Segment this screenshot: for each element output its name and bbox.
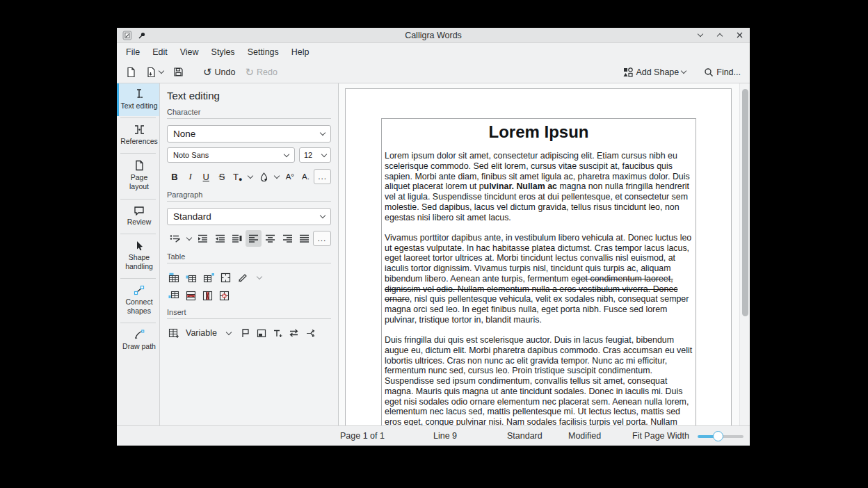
tab-text-editing[interactable]: Text editing [117, 83, 159, 116]
app-icon [122, 31, 132, 40]
align-left-button[interactable] [246, 230, 262, 247]
chevron-down-icon [159, 68, 164, 74]
tab-draw-path[interactable]: Draw path [117, 325, 159, 357]
align-right-button[interactable] [279, 230, 295, 247]
zoom-slider-handle[interactable] [713, 431, 723, 441]
align-center-button[interactable] [262, 230, 278, 247]
font-family-select[interactable]: Noto Sans [167, 147, 295, 163]
chevron-down-icon [226, 329, 232, 334]
insert-frame-button[interactable] [257, 329, 266, 338]
paragraph-style-select[interactable]: Standard [167, 208, 331, 225]
close-button[interactable] [734, 31, 744, 40]
border-style-dropdown[interactable] [254, 270, 265, 285]
subscript-button[interactable]: A. [298, 168, 314, 185]
open-document-button[interactable] [143, 64, 167, 81]
new-document-button[interactable] [122, 64, 140, 81]
paragraph-more-button[interactable]: ... [313, 231, 331, 246]
highlight-color-dropdown[interactable] [272, 169, 282, 184]
text-color-button[interactable]: T● [230, 168, 246, 185]
page-layout-icon [134, 160, 145, 171]
paragraph-3: Duis fringilla dui quis est scelerisque … [385, 335, 693, 425]
list-style-icon [170, 234, 180, 243]
menu-settings[interactable]: Settings [243, 45, 284, 59]
titlebar[interactable]: Calligra Words [117, 28, 750, 43]
character-more-button[interactable]: ... [314, 169, 331, 184]
insert-row-above-button[interactable] [186, 273, 197, 283]
paragraph-format-row: ... [167, 230, 331, 247]
close-icon [737, 32, 743, 38]
scrollbar-thumb[interactable] [742, 89, 748, 316]
minimize-button[interactable] [696, 31, 705, 40]
insert-table-button[interactable] [168, 273, 179, 283]
tab-connect-shapes[interactable]: Connect shapes [117, 280, 159, 321]
delete-row-button[interactable] [186, 291, 196, 301]
line-indicator[interactable]: Line 9 [433, 431, 457, 441]
border-style-button[interactable] [237, 273, 248, 282]
frame-icon [257, 329, 266, 338]
align-justify-button[interactable] [296, 230, 312, 247]
section-paragraph: Paragraph [167, 190, 331, 202]
tab-page-layout[interactable]: Page layout [117, 155, 159, 197]
merge-cells-button[interactable] [220, 273, 231, 283]
divider [120, 278, 156, 279]
chevron-down-icon [698, 31, 703, 37]
undo-button[interactable]: ↺ Undo [200, 65, 239, 80]
decrease-indent-button[interactable] [211, 230, 227, 247]
tab-references[interactable]: References [117, 120, 159, 152]
split-sections-button[interactable] [305, 329, 315, 338]
find-button[interactable]: Find... [700, 65, 744, 80]
tab-shape-handling[interactable]: Shape handling [117, 236, 159, 277]
table-row-2 [168, 291, 331, 301]
document-page[interactable]: Lorem Ipsun Lorem ipsum dolor sit amet, … [345, 88, 732, 425]
maximize-button[interactable] [715, 31, 725, 40]
text-color-dropdown[interactable] [246, 169, 256, 184]
insert-table-variable-button[interactable] [168, 328, 179, 339]
vertical-scrollbar[interactable] [739, 83, 750, 425]
section-insert: Insert [167, 308, 331, 319]
references-icon [134, 124, 145, 135]
style-indicator[interactable]: Standard [507, 431, 542, 441]
zoom-slider[interactable] [698, 435, 744, 438]
variable-dropdown[interactable]: Variable [186, 328, 217, 338]
character-style-select[interactable]: None [167, 125, 331, 143]
underline-button[interactable]: U [198, 168, 214, 185]
increase-indent-button[interactable] [195, 230, 211, 247]
text-direction-button[interactable] [289, 329, 299, 337]
tab-review[interactable]: Review [117, 201, 159, 232]
menu-edit[interactable]: Edit [147, 45, 172, 59]
menu-styles[interactable]: Styles [207, 45, 240, 59]
delete-table-button[interactable] [219, 291, 230, 301]
insert-text-button[interactable] [273, 329, 282, 338]
pin-icon[interactable] [138, 31, 146, 40]
zoom-mode-indicator[interactable]: Fit Page Width [632, 431, 689, 441]
highlight-icon [259, 172, 268, 181]
menu-view[interactable]: View [175, 45, 204, 59]
menu-help[interactable]: Help [287, 45, 314, 59]
character-format-row: B I U S T● A° A. ... [167, 168, 331, 185]
redo-icon: ↻ [245, 68, 254, 76]
line-spacing-button[interactable] [229, 230, 245, 247]
italic-button[interactable]: I [183, 168, 198, 185]
insert-column-left-button[interactable] [203, 273, 214, 283]
page-indicator[interactable]: Page 1 of 1 [340, 431, 385, 441]
insert-row-below-button[interactable] [168, 291, 179, 301]
text-frame[interactable]: Lorem Ipsun Lorem ipsum dolor sit amet, … [381, 118, 696, 425]
add-shape-button[interactable]: Add Shape [620, 65, 689, 80]
highlight-color-button[interactable] [256, 168, 271, 185]
document-canvas[interactable]: Lorem Ipsun Lorem ipsum dolor sit amet, … [339, 83, 739, 425]
save-button[interactable] [170, 64, 187, 80]
list-style-dropdown[interactable] [184, 231, 194, 246]
insert-bookmark-button[interactable] [241, 328, 250, 338]
font-size-select[interactable]: 12 [299, 147, 331, 163]
menu-file[interactable]: File [121, 45, 145, 59]
strikethrough-button[interactable]: S [214, 168, 230, 185]
variable-dropdown-chevron[interactable] [223, 325, 234, 341]
add-shape-icon [623, 67, 633, 77]
redo-button[interactable]: ↻ Redo [241, 65, 280, 80]
list-style-button[interactable] [167, 230, 183, 247]
superscript-button[interactable]: A° [282, 168, 298, 185]
bold-button[interactable]: B [167, 168, 182, 185]
chevron-down-icon [257, 273, 262, 279]
divider [120, 117, 156, 118]
delete-column-button[interactable] [202, 291, 213, 301]
